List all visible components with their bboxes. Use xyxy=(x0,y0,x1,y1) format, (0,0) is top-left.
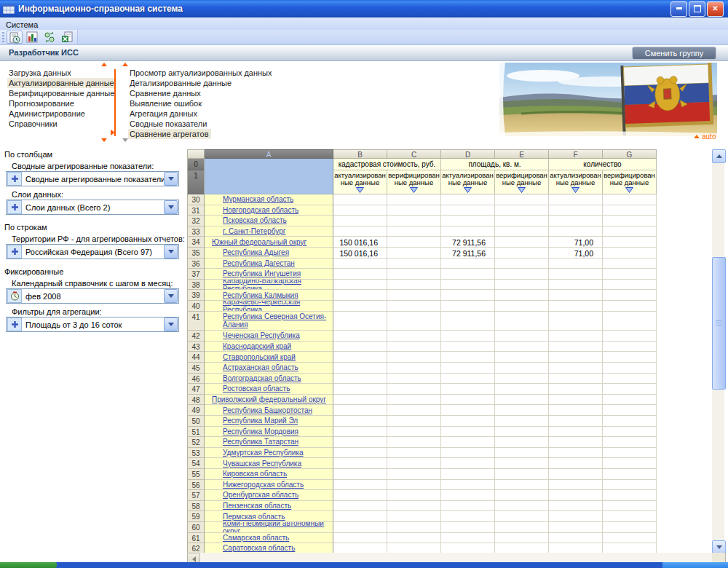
data-cell[interactable] xyxy=(603,511,657,522)
change-group-button[interactable]: Сменить группу xyxy=(632,47,716,60)
row-header-45[interactable]: 45 xyxy=(187,363,205,374)
sub-header-cell[interactable]: актуализированные данные xyxy=(441,170,495,194)
table-row-territory[interactable]: Мурманская область xyxy=(205,194,333,205)
data-cell[interactable] xyxy=(333,501,387,512)
row-header-34[interactable]: 34 xyxy=(187,237,205,248)
data-cell[interactable] xyxy=(549,490,603,501)
data-cell[interactable] xyxy=(387,427,441,438)
data-cell[interactable] xyxy=(495,205,549,216)
data-cell[interactable] xyxy=(333,216,387,226)
territory-link[interactable]: Чувашская Республика xyxy=(223,459,301,468)
data-cell[interactable] xyxy=(549,269,603,280)
data-cell[interactable] xyxy=(387,301,441,312)
territory-link[interactable]: Краснодарский край xyxy=(223,342,291,350)
data-cell[interactable] xyxy=(441,448,495,459)
data-cell[interactable] xyxy=(387,312,441,331)
column-header-C[interactable]: C xyxy=(387,149,441,159)
data-cell[interactable] xyxy=(333,374,387,384)
column-header-E[interactable]: E xyxy=(495,149,549,159)
data-cell[interactable] xyxy=(387,416,441,427)
data-cell[interactable] xyxy=(441,416,495,427)
table-row-territory[interactable]: Ростовская область xyxy=(205,384,333,395)
data-cell[interactable] xyxy=(387,490,441,501)
data-cell[interactable] xyxy=(495,226,549,237)
territory-link[interactable]: Пермская область xyxy=(223,513,285,521)
data-cell[interactable] xyxy=(603,374,657,384)
table-row-territory[interactable]: Псковская область xyxy=(205,216,333,226)
territory-link[interactable]: г. Санкт-Петербург xyxy=(223,227,285,235)
table-row-territory[interactable]: Оренбургская область xyxy=(205,490,333,501)
data-cell[interactable] xyxy=(333,290,387,301)
data-cell[interactable] xyxy=(441,543,495,553)
nav-item-primary[interactable]: Актуализированные данные xyxy=(7,78,116,88)
data-cell[interactable] xyxy=(441,194,495,205)
data-cell[interactable] xyxy=(387,374,441,384)
data-cell[interactable] xyxy=(495,248,549,259)
data-cell[interactable] xyxy=(549,331,603,342)
territory-link[interactable]: Чеченская Республика xyxy=(223,331,300,339)
data-cell[interactable] xyxy=(441,511,495,522)
data-cell[interactable] xyxy=(603,237,657,248)
row-header-37[interactable]: 37 xyxy=(187,269,205,280)
row-header-56[interactable]: 56 xyxy=(187,480,205,491)
combo-dimension[interactable]: Российская Федерация (Всего 97) xyxy=(6,244,179,259)
data-cell[interactable] xyxy=(495,448,549,459)
data-cell[interactable] xyxy=(441,437,495,448)
territory-link[interactable]: Республика Татарстан xyxy=(223,438,298,446)
data-cell[interactable] xyxy=(495,469,549,480)
nav-item-secondary[interactable]: Сравнение агрегатов xyxy=(128,129,211,139)
combo-dimension[interactable]: Сводные агрегированные показатели (Всего… xyxy=(6,171,179,186)
table-row-territory[interactable]: Пермская область xyxy=(205,511,333,522)
row-header-62[interactable]: 62 xyxy=(187,543,205,553)
territory-link[interactable]: Республика Калмыкия xyxy=(223,291,298,299)
data-cell[interactable] xyxy=(603,363,657,374)
data-cell[interactable]: 71,00 xyxy=(549,248,603,259)
data-cell[interactable] xyxy=(603,416,657,427)
territory-link[interactable]: Саратовская область xyxy=(223,544,295,552)
data-cell[interactable] xyxy=(387,448,441,459)
nav-item-primary[interactable]: Справочники xyxy=(7,119,60,129)
data-cell[interactable] xyxy=(549,427,603,438)
filter-icon[interactable] xyxy=(333,187,387,193)
data-cell[interactable] xyxy=(603,395,657,406)
table-row-territory[interactable]: Удмуртская Республика xyxy=(205,448,333,459)
data-cell[interactable] xyxy=(441,490,495,501)
data-cell[interactable] xyxy=(549,352,603,363)
data-cell[interactable] xyxy=(387,248,441,259)
row-header-41[interactable]: 41 xyxy=(187,312,205,331)
row-header-1[interactable]: 1 xyxy=(187,170,205,194)
nav-item-secondary[interactable]: Агрегация данных xyxy=(128,109,199,119)
table-row-territory[interactable]: Кировская область xyxy=(205,469,333,480)
data-cell[interactable] xyxy=(495,237,549,248)
data-cell[interactable] xyxy=(441,259,495,269)
table-row-territory[interactable]: Республика Калмыкия xyxy=(205,290,333,301)
data-cell[interactable] xyxy=(549,405,603,416)
data-cell[interactable] xyxy=(495,280,549,291)
table-row-territory[interactable]: Республика Дагестан xyxy=(205,259,333,269)
data-cell[interactable] xyxy=(495,405,549,416)
nav-item-secondary[interactable]: Детализированные данные xyxy=(128,78,234,88)
territory-link[interactable]: Республика Башкортостан xyxy=(223,406,312,414)
group-header-cell[interactable]: количество xyxy=(549,159,657,170)
data-cell[interactable] xyxy=(549,511,603,522)
data-cell[interactable] xyxy=(603,543,657,553)
data-cell[interactable] xyxy=(333,259,387,269)
nav-item-primary[interactable]: Администрирование xyxy=(7,109,87,119)
sub-header-cell[interactable]: верифицированные данные xyxy=(387,170,441,194)
data-cell[interactable] xyxy=(333,437,387,448)
data-cell[interactable] xyxy=(549,501,603,512)
row-header-43[interactable]: 43 xyxy=(187,342,205,352)
row-header-38[interactable]: 38 xyxy=(187,280,205,291)
territory-link[interactable]: Республика Адыгея xyxy=(223,248,289,256)
refresh-icon[interactable] xyxy=(41,31,58,44)
data-cell[interactable] xyxy=(387,384,441,395)
row-header-33[interactable]: 33 xyxy=(187,226,205,237)
data-cell[interactable] xyxy=(387,280,441,291)
territory-link[interactable]: Кабардино-Балкарская Республика xyxy=(223,280,333,291)
table-row-territory[interactable]: Республика Мордовия xyxy=(205,427,333,438)
data-cell[interactable] xyxy=(495,543,549,553)
data-cell[interactable] xyxy=(333,301,387,312)
data-cell[interactable] xyxy=(603,405,657,416)
data-cell[interactable] xyxy=(495,363,549,374)
data-cell[interactable] xyxy=(333,384,387,395)
